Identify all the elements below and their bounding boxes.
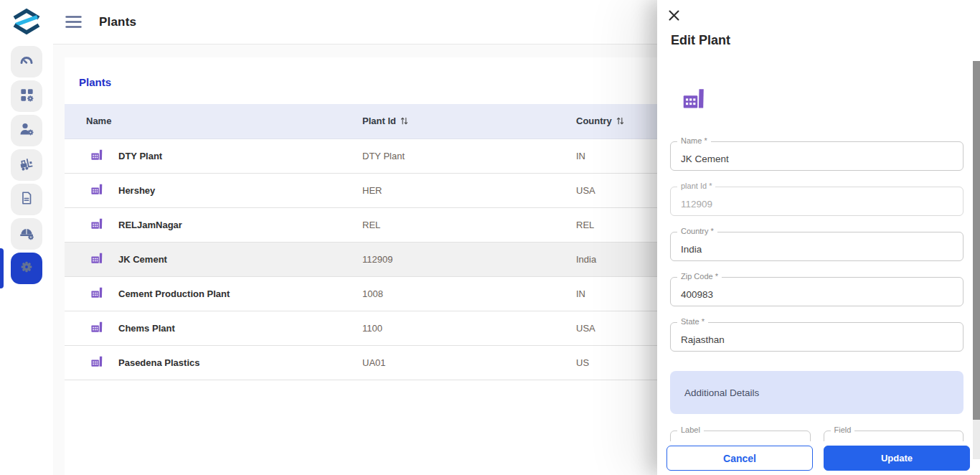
sidebar-item-operations[interactable] bbox=[11, 218, 42, 250]
sidebar-item-modules[interactable] bbox=[11, 80, 42, 112]
plant-id: 1100 bbox=[362, 311, 576, 345]
field-label[interactable]: Label bbox=[670, 431, 811, 441]
field-country[interactable]: Country *India bbox=[670, 232, 963, 261]
field-value: India bbox=[681, 244, 702, 255]
cancel-button[interactable]: Cancel bbox=[666, 446, 813, 471]
field-label: Country * bbox=[677, 227, 717, 235]
plant-name: JK Cement bbox=[118, 254, 167, 265]
grid-gear-icon bbox=[19, 87, 35, 106]
drawer-title: Edit Plant bbox=[671, 33, 730, 48]
plant-name: Chems Plant bbox=[118, 323, 175, 334]
field-label: Name * bbox=[677, 136, 711, 145]
factory-icon bbox=[90, 148, 104, 164]
field-label: Field bbox=[831, 425, 855, 434]
plant-name: Pasedena Plastics bbox=[118, 357, 199, 368]
factory-icon bbox=[90, 182, 104, 198]
field-value: JK Cement bbox=[681, 154, 729, 164]
factory-icon bbox=[90, 217, 104, 232]
field-label: Zip Code * bbox=[677, 272, 722, 281]
plant-id: DTY Plant bbox=[362, 138, 576, 173]
document-icon bbox=[19, 190, 34, 209]
close-icon[interactable] bbox=[666, 8, 682, 25]
drawer-scrollbar-thumb[interactable] bbox=[973, 61, 980, 420]
sidebar-item-user-management[interactable] bbox=[11, 115, 42, 146]
field-field[interactable]: Field bbox=[824, 431, 964, 441]
plant-name: DTY Plant bbox=[118, 151, 162, 161]
hardhat-gear-icon bbox=[18, 224, 35, 244]
factory-icon bbox=[680, 85, 707, 114]
update-button[interactable]: Update bbox=[824, 446, 970, 471]
sidebar-item-documents[interactable] bbox=[11, 184, 42, 215]
plant-name: Hershey bbox=[118, 185, 155, 196]
field-state[interactable]: State *Rajasthan bbox=[670, 322, 963, 352]
forklift-icon bbox=[18, 155, 35, 175]
field-name[interactable]: Name *JK Cement bbox=[670, 141, 963, 171]
menu-icon[interactable] bbox=[65, 16, 82, 28]
plant-id: UA01 bbox=[362, 345, 576, 380]
additional-details-label: Additional Details bbox=[684, 387, 759, 398]
sidebar-nav bbox=[0, 46, 53, 287]
factory-icon bbox=[90, 251, 104, 267]
field-label: State * bbox=[677, 317, 708, 326]
person-gear-icon bbox=[18, 121, 35, 141]
field-value: Rajasthan bbox=[681, 334, 725, 345]
factory-icon bbox=[90, 354, 104, 370]
factory-icon bbox=[90, 286, 104, 301]
drawer-footer: Cancel Update bbox=[657, 441, 980, 475]
sidebar-item-dashboard[interactable] bbox=[11, 46, 42, 77]
sidebar-item-settings[interactable] bbox=[11, 253, 42, 284]
field-plant-id: plant Id *112909 bbox=[670, 187, 963, 216]
drawer-fields: Name *JK Cementplant Id *112909Country *… bbox=[670, 141, 963, 367]
field-value: 112909 bbox=[681, 199, 712, 210]
edit-plant-drawer: Edit Plant Name *JK Cementplant Id *1129… bbox=[657, 0, 980, 475]
active-item-indicator bbox=[0, 248, 4, 288]
sort-icon[interactable] bbox=[400, 116, 409, 126]
sidebar-item-logistics[interactable] bbox=[11, 149, 42, 181]
app-logo-icon[interactable] bbox=[10, 6, 43, 37]
drawer-scrollbar[interactable] bbox=[973, 61, 980, 459]
gear-icon bbox=[18, 258, 35, 278]
column-header-name: Name bbox=[65, 104, 362, 138]
additional-fields-row: LabelField bbox=[670, 425, 963, 441]
page-title: Plants bbox=[99, 15, 136, 29]
field-label: plant Id * bbox=[677, 182, 715, 190]
plant-id: HER bbox=[362, 173, 576, 207]
field-label: Label bbox=[677, 425, 704, 434]
field-zip-code[interactable]: Zip Code *400983 bbox=[670, 277, 963, 306]
factory-icon bbox=[90, 320, 104, 336]
sidebar bbox=[0, 0, 53, 475]
plant-id: REL bbox=[362, 207, 576, 242]
additional-details-section[interactable]: Additional Details bbox=[670, 371, 963, 414]
column-header-plant-id[interactable]: Plant Id bbox=[362, 104, 576, 138]
gauge-icon bbox=[18, 52, 35, 72]
plant-name: Cement Production Plant bbox=[118, 288, 230, 299]
plant-id: 1008 bbox=[362, 276, 576, 311]
plant-name: RELJamNagar bbox=[118, 220, 182, 230]
field-value: 400983 bbox=[681, 289, 713, 300]
sort-icon[interactable] bbox=[616, 116, 625, 126]
plant-id: 112909 bbox=[362, 242, 576, 276]
app-root: Plants Plants NamePlant Id Country DTY P… bbox=[0, 0, 980, 475]
